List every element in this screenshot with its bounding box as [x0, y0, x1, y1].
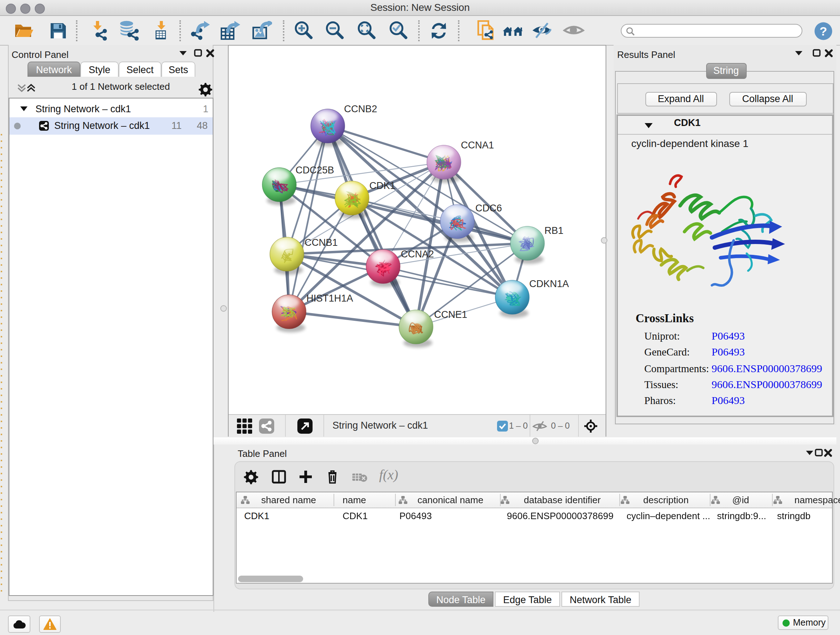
svg-text:?: ?: [820, 24, 827, 38]
svg-text:RB1: RB1: [544, 225, 563, 236]
svg-text:CDC25B: CDC25B: [295, 165, 334, 176]
svg-text:CDK1: CDK1: [369, 180, 395, 191]
svg-text:CCNB1: CCNB1: [304, 237, 338, 248]
svg-text:HIST1H1A: HIST1H1A: [306, 293, 353, 304]
svg-text:CCNB2: CCNB2: [344, 103, 377, 114]
svg-text:CCNE1: CCNE1: [434, 309, 467, 320]
svg-text:CCNA1: CCNA1: [461, 140, 494, 150]
svg-text:CDKN1A: CDKN1A: [529, 279, 569, 289]
svg-text:CCNA2: CCNA2: [401, 249, 434, 260]
svg-text:CDC6: CDC6: [475, 203, 502, 214]
